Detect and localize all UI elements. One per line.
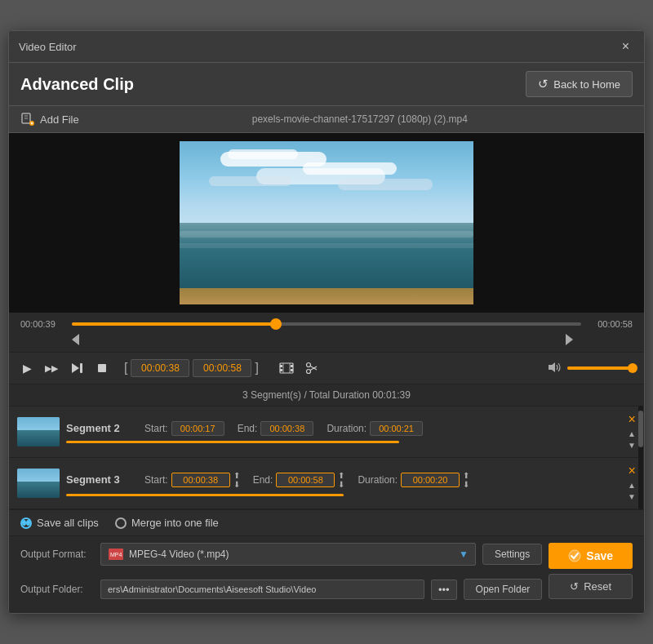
segment-duration-input[interactable] <box>401 473 460 487</box>
folder-path: ers\Administrator\Documents\Aiseesoft St… <box>100 580 424 599</box>
volume-slider[interactable] <box>567 366 633 370</box>
save-all-label: Save all clips <box>37 517 99 529</box>
ocean-water <box>180 223 473 304</box>
merge-label: Merge into one file <box>131 517 219 529</box>
segment-thumbnail <box>17 417 60 446</box>
action-buttons: Save ↺ Reset <box>549 543 633 606</box>
scrollbar-thumb[interactable] <box>638 411 643 446</box>
segment-info: Segment 3 Start: ⬆⬇ End: ⬆⬇ Duratio <box>66 471 621 496</box>
wave-line-1 <box>180 231 473 238</box>
segment-up-button[interactable]: ▲ <box>628 429 636 439</box>
duration-label: Duration: <box>358 474 398 486</box>
start-label: Start: <box>144 423 168 434</box>
window-title: Video Editor <box>19 41 77 53</box>
bracket-left: [ <box>124 361 127 375</box>
svg-rect-12 <box>291 365 293 367</box>
segment-actions: × ▲ ▼ <box>628 464 636 502</box>
volume-thumb[interactable] <box>628 363 637 373</box>
close-button[interactable]: × <box>617 38 634 56</box>
svg-rect-6 <box>80 363 82 373</box>
end-time-input[interactable] <box>193 359 251 377</box>
segment-duration-value: 00:00:21 <box>370 421 423 436</box>
trim-handle-right[interactable] <box>566 334 573 345</box>
scissors-icon <box>305 362 318 375</box>
segments-wrapper: Segment 2 Start: 00:00:17 End: 00:00:38 … <box>9 406 644 509</box>
format-row: Output Format: MP4 MPEG-4 Video (*.mp4) … <box>20 543 542 566</box>
chevron-down-icon: ▼ <box>459 549 469 560</box>
speaker-icon <box>548 362 562 373</box>
end-spinner-icon[interactable]: ⬆⬇ <box>338 471 344 489</box>
film-button[interactable] <box>277 359 296 377</box>
save-label: Save <box>586 549 613 562</box>
browse-button[interactable]: ••• <box>431 580 457 600</box>
segment-start-field: Start: ⬆⬇ <box>144 471 240 489</box>
segment-start-input[interactable] <box>171 473 230 487</box>
play-button[interactable]: ▶ <box>20 359 34 377</box>
save-all-radio[interactable] <box>20 517 32 529</box>
page-title: Advanced Clip <box>20 75 134 94</box>
segment-close-button[interactable]: × <box>628 464 635 477</box>
cloud-5 <box>209 176 291 186</box>
time-inputs: [ ] <box>124 359 259 377</box>
stop-button[interactable] <box>95 361 109 375</box>
trim-handle-left[interactable] <box>72 334 79 345</box>
wave-line-2 <box>180 243 473 248</box>
start-time-input[interactable] <box>131 359 189 377</box>
segment-duration-field: Duration: 00:00:21 <box>326 421 423 436</box>
film-icon <box>279 362 294 374</box>
start-spinner-icon[interactable]: ⬆⬇ <box>233 471 240 489</box>
scissors-button[interactable] <box>303 359 321 377</box>
segment-start-field: Start: 00:00:17 <box>144 421 224 436</box>
volume-area <box>548 362 633 375</box>
left-outputs: Output Format: MP4 MPEG-4 Video (*.mp4) … <box>20 543 542 606</box>
svg-marker-20 <box>549 362 555 372</box>
save-all-clips-option[interactable]: Save all clips <box>20 517 99 529</box>
cloud-2 <box>228 149 298 159</box>
file-name: pexels-movie-channet-17517297 (1080p) (2… <box>87 113 633 125</box>
segment-end-input[interactable] <box>276 473 335 487</box>
svg-text:MP4: MP4 <box>110 552 122 557</box>
segment-down-button[interactable]: ▼ <box>628 492 636 502</box>
stop-icon <box>97 363 107 373</box>
step-icon <box>71 362 84 374</box>
segment-duration-field: Duration: ⬆⬇ <box>358 471 469 489</box>
merge-radio[interactable] <box>115 517 127 529</box>
duration-spinner-icon[interactable]: ⬆⬇ <box>463 471 469 489</box>
timeline-slider[interactable] <box>72 322 581 326</box>
fast-forward-button[interactable]: ▶▶ <box>42 361 60 376</box>
svg-point-17 <box>306 370 310 374</box>
format-select[interactable]: MP4 MPEG-4 Video (*.mp4) ▼ <box>100 543 476 566</box>
save-button[interactable]: Save <box>549 543 633 569</box>
segment-close-button[interactable]: × <box>628 413 635 426</box>
timeline-thumb[interactable] <box>270 318 282 330</box>
folder-row: Output Folder: ers\Administrator\Documen… <box>20 579 542 600</box>
toolbar: Advanced Clip ↺ Back to Home <box>9 63 644 106</box>
segment-down-button[interactable]: ▼ <box>628 441 636 451</box>
video-editor-window: Video Editor × Advanced Clip ↺ Back to H… <box>8 30 645 614</box>
open-folder-button[interactable]: Open Folder <box>464 579 543 600</box>
output-section: Output Format: MP4 MPEG-4 Video (*.mp4) … <box>9 535 644 613</box>
segment-arrows: ▲ ▼ <box>628 481 636 502</box>
reset-button[interactable]: ↺ Reset <box>549 574 633 599</box>
segment-up-button[interactable]: ▲ <box>628 481 636 491</box>
cloud-6 <box>338 179 432 190</box>
timeline-fill <box>72 322 276 326</box>
segment-item: Segment 2 Start: 00:00:17 End: 00:00:38 … <box>9 406 644 458</box>
settings-button[interactable]: Settings <box>482 544 542 565</box>
back-home-button[interactable]: ↺ Back to Home <box>526 71 633 97</box>
video-preview <box>9 133 644 313</box>
add-file-button[interactable]: Add File <box>20 112 79 127</box>
timeline-bar: 00:00:39 00:00:58 <box>20 319 633 329</box>
icon-buttons <box>277 359 321 377</box>
step-forward-button[interactable] <box>69 360 87 376</box>
add-file-label: Add File <box>40 113 79 126</box>
segment-end-value: 00:00:38 <box>260 421 313 436</box>
trim-handles-row <box>20 334 633 345</box>
reset-label: Reset <box>584 580 611 593</box>
scrollbar-track[interactable] <box>638 406 643 509</box>
svg-marker-7 <box>72 363 79 373</box>
reset-icon: ↺ <box>570 580 579 593</box>
svg-rect-13 <box>291 369 293 371</box>
merge-into-one-option[interactable]: Merge into one file <box>115 517 219 529</box>
segment-progress <box>66 494 344 496</box>
